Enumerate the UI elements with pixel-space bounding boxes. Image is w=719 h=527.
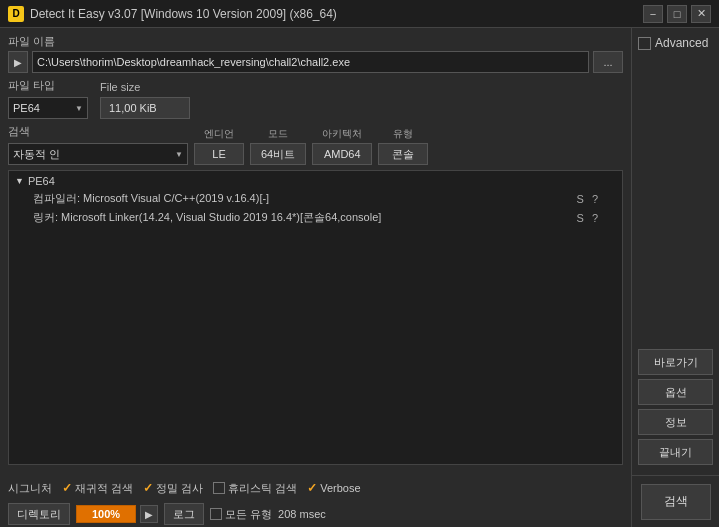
group-name: PE64 <box>28 175 55 187</box>
recursive-check-group: ✓ 재귀적 검색 <box>62 481 133 496</box>
signature-label: 시그니처 <box>8 481 52 496</box>
advanced-row: Advanced <box>638 36 713 50</box>
time-display: 208 msec <box>278 508 326 520</box>
file-info-row: 파일 타입 PE64 ▼ File size 11,00 KiB <box>8 78 623 119</box>
arch-button[interactable]: AMD64 <box>312 143 372 165</box>
file-size-group: File size 11,00 KiB <box>100 81 190 119</box>
advanced-label: Advanced <box>655 36 708 50</box>
verbose-label: Verbose <box>320 482 360 494</box>
title-bar: D Detect It Easy v3.07 [Windows 10 Versi… <box>0 0 719 28</box>
search-combo-arrow-icon: ▼ <box>175 150 183 159</box>
result-group-pe64[interactable]: ▼ PE64 <box>9 173 622 189</box>
browse-button[interactable]: ... <box>593 51 623 73</box>
badge-s-1: S <box>577 212 584 224</box>
deep-label: 정밀 검사 <box>156 481 203 496</box>
deep-check-group: ✓ 정밀 검사 <box>143 481 203 496</box>
recursive-checkmark: ✓ <box>62 481 72 495</box>
heuristic-label: 휴리스틱 검색 <box>228 481 297 496</box>
group-arrow-icon: ▼ <box>15 176 24 186</box>
mode-label: 모드 <box>268 127 288 141</box>
arch-group: 아키텍처 AMD64 <box>312 127 372 165</box>
main-area: 파일 이름 ▶ ... 파일 타입 PE64 ▼ File size 11,00… <box>0 28 719 527</box>
app-icon: D <box>8 6 24 22</box>
progress-bar: 100% <box>76 505 136 523</box>
file-path-row: ▶ ... <box>8 51 623 73</box>
result-item-badges-0: S ? <box>577 193 598 205</box>
endian-label: 엔디언 <box>204 127 234 141</box>
badge-q-0: ? <box>592 193 598 205</box>
progress-next-button[interactable]: ▶ <box>140 505 158 523</box>
file-size-label: File size <box>100 81 190 93</box>
search-row: 검색 자동적 인 ▼ 엔디언 LE 모드 64비트 아키텍처 AMD64 유형 … <box>8 124 623 165</box>
search-button-area: 검색 <box>631 475 719 527</box>
search-label: 검색 <box>8 124 188 139</box>
minimize-button[interactable]: − <box>643 5 663 23</box>
close-button[interactable]: ✕ <box>691 5 711 23</box>
badge-q-1: ? <box>592 212 598 224</box>
title-bar-text: Detect It Easy v3.07 [Windows 10 Version… <box>30 7 643 21</box>
file-size-display: 11,00 KiB <box>100 97 190 119</box>
file-type-label: 파일 타입 <box>8 78 88 93</box>
badge-s-0: S <box>577 193 584 205</box>
type-label: 유형 <box>393 127 413 141</box>
search-combo-box[interactable]: 자동적 인 ▼ <box>8 143 188 165</box>
right-panel: Advanced 바로가기 옵션 정보 끝내기 <box>631 28 719 527</box>
log-button[interactable]: 로그 <box>164 503 204 525</box>
filetype-check-group: 모든 유형 <box>210 507 272 522</box>
info-button[interactable]: 정보 <box>638 409 713 435</box>
options-button[interactable]: 옵션 <box>638 379 713 405</box>
recursive-label: 재귀적 검색 <box>75 481 133 496</box>
file-label: 파일 이름 <box>8 34 623 49</box>
mode-button[interactable]: 64비트 <box>250 143 306 165</box>
filetype-label: 모든 유형 <box>225 507 272 522</box>
result-item: 컴파일러: Microsoft Visual C/C++(2019 v.16.4… <box>9 189 622 208</box>
type-group: 유형 콘솔 <box>378 127 428 165</box>
expand-button[interactable]: ▶ <box>8 51 28 73</box>
result-item-text-1: 링커: Microsoft Linker(14.24, Visual Studi… <box>33 210 577 225</box>
heuristic-checkbox[interactable] <box>213 482 225 494</box>
verbose-checkmark: ✓ <box>307 481 317 495</box>
deep-checkmark: ✓ <box>143 481 153 495</box>
results-area: ▼ PE64 컴파일러: Microsoft Visual C/C++(2019… <box>8 170 623 465</box>
maximize-button[interactable]: □ <box>667 5 687 23</box>
mode-group: 모드 64비트 <box>250 127 306 165</box>
verbose-check-group: ✓ Verbose <box>307 481 360 495</box>
file-name-section: 파일 이름 ▶ ... <box>8 34 623 73</box>
heuristic-check-group: 휴리스틱 검색 <box>213 481 297 496</box>
arch-label: 아키텍처 <box>322 127 362 141</box>
result-item: 링커: Microsoft Linker(14.24, Visual Studi… <box>9 208 622 227</box>
search-action-button[interactable]: 검색 <box>641 484 711 520</box>
bottom-row1: 시그니처 ✓ 재귀적 검색 ✓ 정밀 검사 휴리스틱 검색 ✓ Verbose <box>0 475 631 501</box>
file-type-combo[interactable]: PE64 ▼ <box>8 97 88 119</box>
result-item-badges-1: S ? <box>577 212 598 224</box>
search-group: 검색 자동적 인 ▼ <box>8 124 188 165</box>
file-type-group: 파일 타입 PE64 ▼ <box>8 78 88 119</box>
exit-button[interactable]: 끝내기 <box>638 439 713 465</box>
bottom-row2: 디렉토리 100% ▶ 로그 모든 유형 208 msec <box>0 501 719 527</box>
file-path-input[interactable] <box>32 51 589 73</box>
shortcut-button[interactable]: 바로가기 <box>638 349 713 375</box>
endian-button[interactable]: LE <box>194 143 244 165</box>
progress-container: 100% ▶ <box>76 505 158 523</box>
type-button[interactable]: 콘솔 <box>378 143 428 165</box>
filetype-checkbox[interactable] <box>210 508 222 520</box>
title-bar-controls: − □ ✕ <box>643 5 711 23</box>
endian-group: 엔디언 LE <box>194 127 244 165</box>
left-panel: 파일 이름 ▶ ... 파일 타입 PE64 ▼ File size 11,00… <box>0 28 631 527</box>
right-panel-spacer <box>638 54 713 345</box>
advanced-checkbox[interactable] <box>638 37 651 50</box>
result-item-text-0: 컴파일러: Microsoft Visual C/C++(2019 v.16.4… <box>33 191 577 206</box>
combo-arrow-icon: ▼ <box>75 104 83 113</box>
directory-button[interactable]: 디렉토리 <box>8 503 70 525</box>
